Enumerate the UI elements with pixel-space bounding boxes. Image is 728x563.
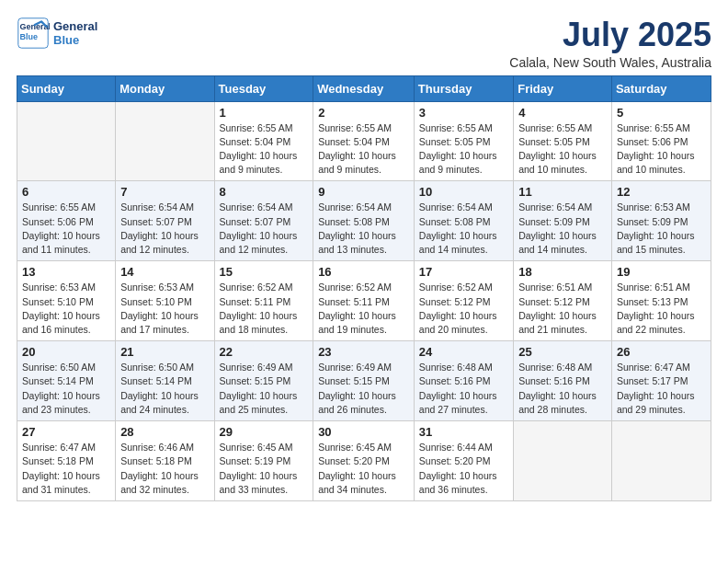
- day-info: Sunrise: 6:54 AMSunset: 5:07 PMDaylight:…: [220, 201, 309, 257]
- calendar-cell: 6Sunrise: 6:55 AMSunset: 5:06 PMDaylight…: [17, 181, 116, 261]
- day-number: 28: [120, 425, 209, 439]
- day-number: 24: [419, 345, 508, 359]
- day-info: Sunrise: 6:55 AMSunset: 5:05 PMDaylight:…: [518, 121, 607, 178]
- day-info: Sunrise: 6:53 AMSunset: 5:10 PMDaylight:…: [22, 281, 110, 337]
- day-info: Sunrise: 6:46 AMSunset: 5:18 PMDaylight:…: [120, 441, 209, 497]
- day-info: Sunrise: 6:45 AMSunset: 5:19 PMDaylight:…: [220, 441, 309, 497]
- calendar-cell: [611, 421, 711, 501]
- calendar-cell: 19Sunrise: 6:51 AMSunset: 5:13 PMDayligh…: [611, 261, 711, 341]
- day-number: 10: [419, 185, 508, 199]
- calendar-cell: 9Sunrise: 6:54 AMSunset: 5:08 PMDaylight…: [313, 181, 415, 261]
- day-info: Sunrise: 6:52 AMSunset: 5:11 PMDaylight:…: [220, 281, 309, 337]
- day-number: 14: [120, 265, 209, 279]
- day-number: 12: [617, 185, 706, 199]
- day-number: 21: [120, 345, 209, 359]
- day-number: 26: [617, 345, 706, 359]
- day-number: 23: [318, 345, 409, 359]
- day-number: 25: [518, 345, 607, 359]
- day-number: 7: [120, 185, 209, 199]
- day-number: 31: [419, 425, 508, 439]
- day-info: Sunrise: 6:44 AMSunset: 5:20 PMDaylight:…: [419, 441, 508, 497]
- day-number: 17: [419, 265, 508, 279]
- calendar-cell: 1Sunrise: 6:55 AMSunset: 5:04 PMDaylight…: [214, 101, 313, 181]
- day-info: Sunrise: 6:48 AMSunset: 5:16 PMDaylight:…: [518, 361, 607, 417]
- calendar-cell: 18Sunrise: 6:51 AMSunset: 5:12 PMDayligh…: [514, 261, 612, 341]
- calendar-cell: 15Sunrise: 6:52 AMSunset: 5:11 PMDayligh…: [214, 261, 313, 341]
- col-header-saturday: Saturday: [611, 75, 711, 101]
- day-number: 3: [419, 106, 508, 120]
- day-info: Sunrise: 6:53 AMSunset: 5:09 PMDaylight:…: [617, 201, 706, 257]
- day-info: Sunrise: 6:51 AMSunset: 5:13 PMDaylight:…: [617, 281, 706, 337]
- day-info: Sunrise: 6:55 AMSunset: 5:06 PMDaylight:…: [22, 201, 110, 257]
- calendar-cell: [17, 101, 116, 181]
- location: Calala, New South Wales, Australia: [509, 55, 711, 70]
- calendar-week-row: 1Sunrise: 6:55 AMSunset: 5:04 PMDaylight…: [17, 101, 711, 181]
- svg-text:Blue: Blue: [20, 32, 39, 41]
- calendar-cell: 2Sunrise: 6:55 AMSunset: 5:04 PMDaylight…: [313, 101, 415, 181]
- calendar-cell: 30Sunrise: 6:45 AMSunset: 5:20 PMDayligh…: [313, 421, 415, 501]
- day-info: Sunrise: 6:54 AMSunset: 5:09 PMDaylight:…: [518, 201, 607, 257]
- day-number: 9: [318, 185, 409, 199]
- calendar-cell: 20Sunrise: 6:50 AMSunset: 5:14 PMDayligh…: [17, 341, 116, 421]
- logo: General Blue General Blue: [17, 17, 97, 50]
- calendar-cell: 23Sunrise: 6:49 AMSunset: 5:15 PMDayligh…: [313, 341, 415, 421]
- day-number: 27: [22, 425, 110, 439]
- day-info: Sunrise: 6:55 AMSunset: 5:06 PMDaylight:…: [617, 121, 706, 178]
- day-info: Sunrise: 6:54 AMSunset: 5:08 PMDaylight:…: [419, 201, 508, 257]
- calendar-cell: [116, 101, 214, 181]
- day-number: 29: [220, 425, 309, 439]
- col-header-thursday: Thursday: [414, 75, 513, 101]
- logo-text: General Blue: [53, 19, 97, 47]
- calendar-cell: 5Sunrise: 6:55 AMSunset: 5:06 PMDaylight…: [611, 101, 711, 181]
- header: General Blue General Blue July 2025 Cala…: [17, 17, 711, 70]
- calendar-cell: 28Sunrise: 6:46 AMSunset: 5:18 PMDayligh…: [116, 421, 214, 501]
- day-number: 22: [220, 345, 309, 359]
- calendar-week-row: 20Sunrise: 6:50 AMSunset: 5:14 PMDayligh…: [17, 341, 711, 421]
- calendar-cell: 7Sunrise: 6:54 AMSunset: 5:07 PMDaylight…: [116, 181, 214, 261]
- calendar-week-row: 13Sunrise: 6:53 AMSunset: 5:10 PMDayligh…: [17, 261, 711, 341]
- col-header-sunday: Sunday: [17, 75, 116, 101]
- day-number: 5: [617, 106, 706, 120]
- day-number: 2: [318, 106, 409, 120]
- calendar-cell: 10Sunrise: 6:54 AMSunset: 5:08 PMDayligh…: [414, 181, 513, 261]
- day-number: 20: [22, 345, 110, 359]
- calendar-cell: 14Sunrise: 6:53 AMSunset: 5:10 PMDayligh…: [116, 261, 214, 341]
- col-header-wednesday: Wednesday: [313, 75, 415, 101]
- calendar-cell: 3Sunrise: 6:55 AMSunset: 5:05 PMDaylight…: [414, 101, 513, 181]
- calendar-cell: 12Sunrise: 6:53 AMSunset: 5:09 PMDayligh…: [611, 181, 711, 261]
- calendar-cell: 21Sunrise: 6:50 AMSunset: 5:14 PMDayligh…: [116, 341, 214, 421]
- month-title: July 2025: [509, 17, 711, 53]
- title-block: July 2025 Calala, New South Wales, Austr…: [509, 17, 711, 70]
- day-info: Sunrise: 6:49 AMSunset: 5:15 PMDaylight:…: [318, 361, 409, 417]
- col-header-friday: Friday: [514, 75, 612, 101]
- calendar-cell: 11Sunrise: 6:54 AMSunset: 5:09 PMDayligh…: [514, 181, 612, 261]
- day-info: Sunrise: 6:49 AMSunset: 5:15 PMDaylight:…: [220, 361, 309, 417]
- day-info: Sunrise: 6:51 AMSunset: 5:12 PMDaylight:…: [518, 281, 607, 337]
- calendar-cell: [514, 421, 612, 501]
- day-number: 13: [22, 265, 110, 279]
- day-info: Sunrise: 6:48 AMSunset: 5:16 PMDaylight:…: [419, 361, 508, 417]
- day-number: 4: [518, 106, 607, 120]
- day-number: 30: [318, 425, 409, 439]
- calendar-week-row: 6Sunrise: 6:55 AMSunset: 5:06 PMDaylight…: [17, 181, 711, 261]
- col-header-tuesday: Tuesday: [214, 75, 313, 101]
- calendar-week-row: 27Sunrise: 6:47 AMSunset: 5:18 PMDayligh…: [17, 421, 711, 501]
- calendar-cell: 8Sunrise: 6:54 AMSunset: 5:07 PMDaylight…: [214, 181, 313, 261]
- calendar-cell: 16Sunrise: 6:52 AMSunset: 5:11 PMDayligh…: [313, 261, 415, 341]
- day-number: 15: [220, 265, 309, 279]
- calendar-cell: 22Sunrise: 6:49 AMSunset: 5:15 PMDayligh…: [214, 341, 313, 421]
- day-info: Sunrise: 6:52 AMSunset: 5:11 PMDaylight:…: [318, 281, 409, 337]
- day-number: 1: [220, 106, 309, 120]
- day-number: 18: [518, 265, 607, 279]
- day-number: 16: [318, 265, 409, 279]
- calendar-header-row: SundayMondayTuesdayWednesdayThursdayFrid…: [17, 75, 711, 101]
- calendar-cell: 25Sunrise: 6:48 AMSunset: 5:16 PMDayligh…: [514, 341, 612, 421]
- day-number: 19: [617, 265, 706, 279]
- day-number: 11: [518, 185, 607, 199]
- day-info: Sunrise: 6:55 AMSunset: 5:04 PMDaylight:…: [318, 121, 409, 178]
- day-info: Sunrise: 6:50 AMSunset: 5:14 PMDaylight:…: [22, 361, 110, 417]
- day-info: Sunrise: 6:50 AMSunset: 5:14 PMDaylight:…: [120, 361, 209, 417]
- page: General Blue General Blue July 2025 Cala…: [0, 0, 728, 511]
- calendar-cell: 24Sunrise: 6:48 AMSunset: 5:16 PMDayligh…: [414, 341, 513, 421]
- day-info: Sunrise: 6:54 AMSunset: 5:08 PMDaylight:…: [318, 201, 409, 257]
